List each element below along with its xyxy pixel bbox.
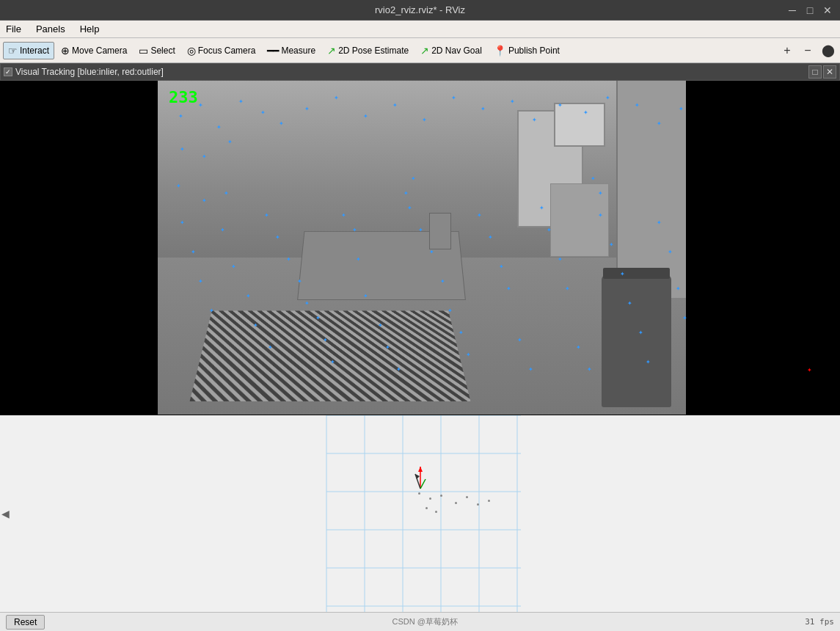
menu-file[interactable]: File xyxy=(4,23,23,35)
fps-display: 31 fps xyxy=(805,617,834,627)
svg-marker-13 xyxy=(418,467,423,472)
add-button[interactable]: + xyxy=(778,42,796,59)
main-content: ✓ Visual Tracking [blue:inlier, red:outl… xyxy=(0,63,840,631)
move-camera-tool[interactable]: ⊕ Move Camera xyxy=(56,42,132,59)
move-camera-icon: ⊕ xyxy=(61,45,70,56)
panel-controls: □ ✕ xyxy=(808,65,836,79)
maximize-button[interactable]: □ xyxy=(803,4,817,17)
menu-panels[interactable]: Panels xyxy=(34,23,67,35)
measure-tool[interactable]: ━━ Measure xyxy=(262,42,321,59)
grid-panel: ◀ xyxy=(0,415,840,631)
camera-view: 233 xyxy=(0,81,840,415)
grid-svg xyxy=(0,415,840,612)
window-controls: ─ □ ✕ xyxy=(786,4,834,17)
publish-point-icon: 📍 xyxy=(494,45,506,56)
status-bar: Reset CSDN @草莓奶杯 31 fps xyxy=(0,612,840,631)
room-scene xyxy=(158,81,686,415)
watermark: CSDN @草莓奶杯 xyxy=(392,616,458,627)
grid-view[interactable]: ◀ xyxy=(0,415,840,612)
measure-icon: ━━ xyxy=(267,45,279,56)
visual-tracking-panel: ✓ Visual Tracking [blue:inlier, red:outl… xyxy=(0,63,840,415)
panel-title-bar: ✓ Visual Tracking [blue:inlier, red:outl… xyxy=(0,63,840,81)
nav-goal-label: 2D Nav Goal xyxy=(431,45,482,56)
app-title: rvio2_rviz.rviz* - RViz xyxy=(375,4,465,15)
remove-button[interactable]: − xyxy=(799,42,817,59)
nav-goal-icon: ↗ xyxy=(420,45,429,56)
publish-point-tool[interactable]: 📍 Publish Point xyxy=(489,42,565,59)
panel-close-button[interactable]: ✕ xyxy=(823,65,836,79)
axis-indicator xyxy=(409,463,431,492)
nav-goal-tool[interactable]: ↗ 2D Nav Goal xyxy=(415,42,487,59)
settings-button[interactable]: ⬤ xyxy=(819,42,837,59)
publish-point-label: Publish Point xyxy=(508,45,560,56)
interact-icon: ☞ xyxy=(8,45,18,56)
panel-maximize-button[interactable]: □ xyxy=(808,65,822,79)
panel-title: Visual Tracking [blue:inlier, red:outlie… xyxy=(15,67,164,77)
focus-camera-tool[interactable]: ◎ Focus Camera xyxy=(182,42,261,59)
move-camera-label: Move Camera xyxy=(72,45,127,56)
panel-checkbox[interactable]: ✓ xyxy=(4,68,12,76)
select-tool[interactable]: ▭ Select xyxy=(134,42,180,59)
close-button[interactable]: ✕ xyxy=(821,4,834,17)
reset-button[interactable]: Reset xyxy=(6,615,45,630)
interact-tool[interactable]: ☞ Interact xyxy=(3,42,54,59)
menu-bar: File Panels Help xyxy=(0,21,840,38)
menu-help[interactable]: Help xyxy=(78,23,101,35)
measure-label: Measure xyxy=(281,45,315,56)
focus-camera-label: Focus Camera xyxy=(198,45,256,56)
toolbar-right: + − ⬤ xyxy=(778,42,837,59)
toolbar: ☞ Interact ⊕ Move Camera ▭ Select ◎ Focu… xyxy=(0,38,840,63)
select-label: Select xyxy=(150,45,175,56)
pose-estimate-label: 2D Pose Estimate xyxy=(338,45,409,56)
focus-camera-icon: ◎ xyxy=(187,45,196,56)
svg-line-16 xyxy=(420,479,426,489)
title-bar: rvio2_rviz.rviz* - RViz ─ □ ✕ xyxy=(0,0,840,21)
minimize-button[interactable]: ─ xyxy=(786,4,799,17)
pose-estimate-tool[interactable]: ↗ 2D Pose Estimate xyxy=(322,42,414,59)
interact-label: Interact xyxy=(20,45,49,56)
frame-counter: 233 xyxy=(169,88,198,106)
select-icon: ▭ xyxy=(139,45,148,56)
pose-estimate-icon: ↗ xyxy=(327,45,336,56)
